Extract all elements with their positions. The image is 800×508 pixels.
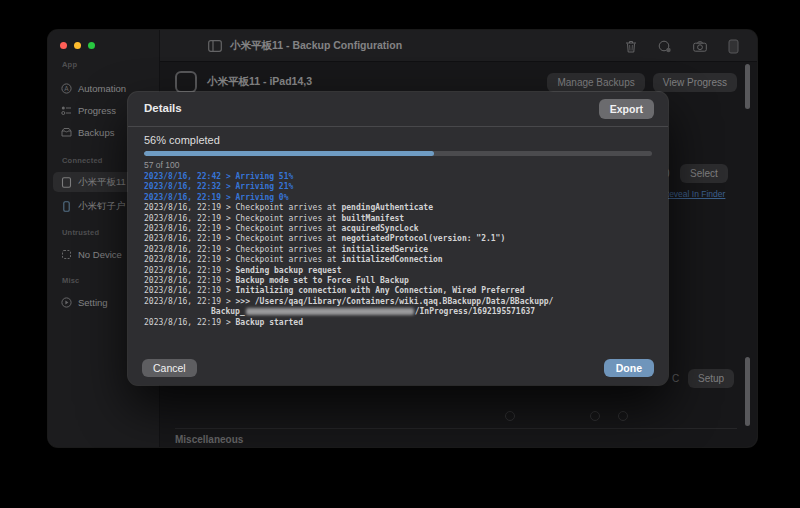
progress-bar <box>144 151 652 156</box>
log-line: 2023/8/16, 22:19 > Checkpoint arrives at… <box>144 245 654 255</box>
redacted-text <box>246 308 414 315</box>
cancel-button[interactable]: Cancel <box>142 359 197 377</box>
log-line: Backup_/InProgress/1692195571637 <box>144 307 654 317</box>
dialog-title: Details <box>144 102 182 114</box>
zoom-window-button[interactable] <box>88 42 95 49</box>
details-dialog: Details Export 56% completed 57 of 100 2… <box>128 92 668 385</box>
desktop-background: App A Automation Progress <box>0 0 800 508</box>
log-line: 2023/8/16, 22:42 > Arriving 51% <box>144 172 654 182</box>
log-line: 2023/8/16, 22:32 > Arriving 21% <box>144 182 654 192</box>
scrollbar-thumb[interactable] <box>745 357 750 426</box>
log-line: 2023/8/16, 22:19 > Backup started <box>144 318 654 328</box>
log-line: 2023/8/16, 22:19 > Checkpoint arrives at… <box>144 234 654 244</box>
scrollbar-thumb[interactable] <box>745 64 750 109</box>
done-button[interactable]: Done <box>604 359 654 377</box>
log-line: 2023/8/16, 22:19 > Checkpoint arrives at… <box>144 214 654 224</box>
log-line: 2023/8/16, 22:19 > Checkpoint arrives at… <box>144 224 654 234</box>
progress-percent-label: 56% completed <box>144 134 220 146</box>
progress-bar-fill <box>144 151 434 156</box>
log-line: 2023/8/16, 22:19 > Checkpoint arrives at… <box>144 255 654 265</box>
log-line: 2023/8/16, 22:19 > >>> /Users/qaq/Librar… <box>144 297 654 307</box>
minimize-window-button[interactable] <box>74 42 81 49</box>
backup-log: 2023/8/16, 22:42 > Arriving 51%2023/8/16… <box>144 172 654 328</box>
dialog-divider <box>128 126 668 127</box>
close-window-button[interactable] <box>60 42 67 49</box>
export-button[interactable]: Export <box>599 99 654 119</box>
log-line: 2023/8/16, 22:19 > Arriving 0% <box>144 193 654 203</box>
log-line: 2023/8/16, 22:19 > Sending backup reques… <box>144 266 654 276</box>
progress-count-label: 57 of 100 <box>144 160 179 170</box>
log-line: 2023/8/16, 22:19 > Initializing connecti… <box>144 286 654 296</box>
log-line: 2023/8/16, 22:19 > Backup mode set to Fo… <box>144 276 654 286</box>
log-line: 2023/8/16, 22:19 > Checkpoint arrives at… <box>144 203 654 213</box>
